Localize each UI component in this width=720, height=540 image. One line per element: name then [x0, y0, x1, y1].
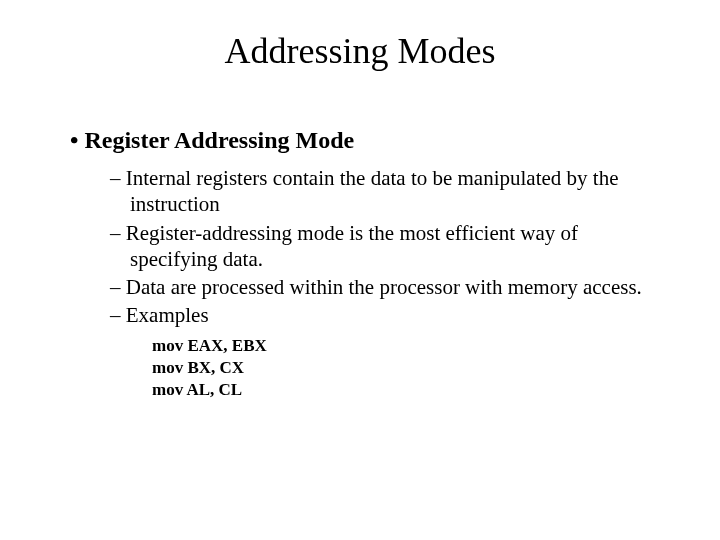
bullet-text: Data are processed within the processor … — [126, 275, 642, 299]
bullet-level2: Data are processed within the processor … — [110, 274, 660, 300]
slide: Addressing Modes Register Addressing Mod… — [0, 0, 720, 540]
bullet-level1-text: Register Addressing Mode — [84, 127, 354, 153]
bullet-text: Internal registers contain the data to b… — [126, 166, 619, 216]
code-line: mov BX, CX — [152, 357, 660, 379]
bullet-level2: Internal registers contain the data to b… — [110, 165, 660, 218]
slide-title: Addressing Modes — [0, 30, 720, 72]
bullet-text: Examples — [126, 303, 209, 327]
bullet-text: Register-addressing mode is the most eff… — [126, 221, 578, 271]
bullet-level2-list: Internal registers contain the data to b… — [110, 165, 660, 329]
bullet-level2: Register-addressing mode is the most eff… — [110, 220, 660, 273]
code-line: mov EAX, EBX — [152, 335, 660, 357]
slide-body: Register Addressing Mode Internal regist… — [70, 125, 660, 401]
code-line: mov AL, CL — [152, 379, 660, 401]
bullet-level1: Register Addressing Mode — [70, 125, 660, 155]
code-examples: mov EAX, EBX mov BX, CX mov AL, CL — [152, 335, 660, 401]
bullet-level2: Examples — [110, 302, 660, 328]
